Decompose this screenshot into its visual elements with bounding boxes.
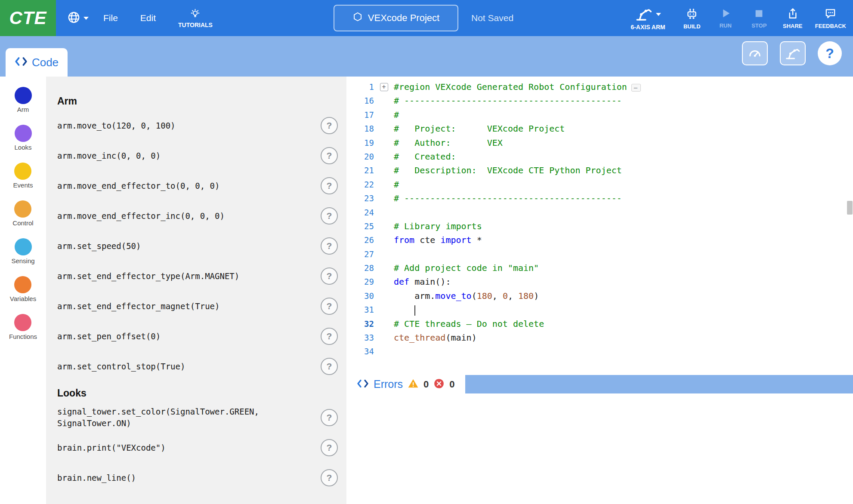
- line-number: 22: [346, 178, 374, 191]
- globe-icon: [67, 11, 80, 26]
- command-row[interactable]: arm.move_end_effector_to(0, 0, 0)?: [46, 171, 346, 201]
- command-row[interactable]: arm.move_to(120, 0, 100)?: [46, 111, 346, 141]
- stop-button[interactable]: STOP: [748, 8, 770, 29]
- fold-column: [374, 206, 394, 219]
- top-menu-bar: CTE File Edit TUTORIALS: [0, 0, 853, 36]
- command-row[interactable]: signal_tower.set_color(SignalTower.GREEN…: [46, 403, 346, 433]
- editor-line[interactable]: 28# Add project code in "main": [346, 261, 853, 275]
- project-name-box[interactable]: VEXcode Project: [334, 5, 458, 31]
- sidebar-item-looks[interactable]: Looks: [14, 125, 31, 163]
- file-menu[interactable]: File: [96, 13, 126, 23]
- command-row[interactable]: brain.print("VEXcode")?: [46, 433, 346, 463]
- errors-bar: Errors 0 0: [346, 375, 853, 393]
- command-row[interactable]: arm.set_end_effector_type(Arm.MAGNET)?: [46, 261, 346, 291]
- fold-column: [374, 122, 394, 135]
- warning-count: 0: [423, 379, 429, 390]
- command-help-button[interactable]: ?: [321, 207, 338, 224]
- command-row[interactable]: brain.new_line()?: [46, 463, 346, 493]
- command-help-button[interactable]: ?: [321, 267, 338, 285]
- edit-menu[interactable]: Edit: [133, 13, 164, 23]
- editor-line[interactable]: 26from cte import *: [346, 233, 853, 247]
- build-button[interactable]: BUILD: [681, 7, 703, 30]
- editor-line[interactable]: 18# Project: VEXcode Project: [346, 122, 853, 135]
- tab-errors[interactable]: Errors 0 0: [346, 375, 465, 393]
- share-button[interactable]: SHARE: [782, 7, 804, 29]
- sidebar-item-arm[interactable]: Arm: [15, 87, 32, 125]
- robot-build-icon: [685, 7, 698, 22]
- help-button[interactable]: ?: [818, 41, 842, 65]
- sidebar-item-functions[interactable]: Functions: [9, 314, 37, 352]
- command-help-button[interactable]: ?: [321, 298, 338, 315]
- looks-category-icon: [15, 125, 32, 142]
- category-label: Variables: [10, 295, 36, 302]
- line-content: #region VEXcode Generated Robot Configur…: [394, 80, 641, 94]
- arm-visualization-button[interactable]: [780, 41, 806, 65]
- language-menu[interactable]: [67, 11, 89, 26]
- editor-line[interactable]: 31: [346, 303, 853, 317]
- command-text: arm.move_end_effector_to(0, 0, 0): [57, 180, 220, 192]
- editor-line[interactable]: 22#: [346, 178, 853, 191]
- feedback-button[interactable]: FEEDBACK: [815, 7, 846, 29]
- command-row[interactable]: arm.set_speed(50)?: [46, 231, 346, 261]
- command-help-button[interactable]: ?: [321, 147, 338, 164]
- editor-line[interactable]: 34: [346, 344, 853, 358]
- editor-line[interactable]: 24: [346, 206, 853, 219]
- command-help-button[interactable]: ?: [321, 117, 338, 134]
- device-selector[interactable]: 6-AXIS ARM: [630, 6, 665, 31]
- editor-line[interactable]: 19# Author: VEX: [346, 136, 853, 150]
- line-number: 21: [346, 163, 374, 177]
- vexcode-app: CTE File Edit TUTORIALS: [0, 0, 853, 504]
- editor-line[interactable]: 30 arm.move_to(180, 0, 180): [346, 289, 853, 303]
- command-text: arm.set_end_effector_type(Arm.MAGNET): [57, 270, 239, 282]
- editor-line[interactable]: 21# Description: VEXcode CTE Python Proj…: [346, 163, 853, 177]
- command-help-button[interactable]: ?: [321, 469, 338, 486]
- command-help-button[interactable]: ?: [321, 328, 338, 345]
- fold-column: [374, 108, 394, 122]
- command-help-button[interactable]: ?: [321, 177, 338, 194]
- editor-line[interactable]: 32# CTE threads — Do not delete: [346, 317, 853, 331]
- chevron-down-icon: [83, 17, 89, 20]
- editor-scrollbar-thumb[interactable]: [847, 201, 853, 215]
- robot-arm-icon: [785, 46, 801, 61]
- command-help-button[interactable]: ?: [321, 439, 338, 456]
- sidebar-item-variables[interactable]: Variables: [10, 276, 36, 314]
- editor-line[interactable]: 17#: [346, 108, 853, 122]
- editor-line[interactable]: 1+#region VEXcode Generated Robot Config…: [346, 80, 853, 94]
- sidebar-item-control[interactable]: Control: [12, 200, 33, 238]
- editor-line[interactable]: 29def main():: [346, 275, 853, 289]
- tab-code[interactable]: Code: [6, 48, 68, 77]
- command-row[interactable]: arm.move_inc(0, 0, 0)?: [46, 141, 346, 171]
- line-number: 26: [346, 233, 374, 247]
- editor-line[interactable]: 23# ------------------------------------…: [346, 191, 853, 205]
- fold-expand-icon[interactable]: +: [380, 83, 388, 91]
- line-number: 16: [346, 94, 374, 108]
- sidebar-item-events[interactable]: Events: [13, 163, 33, 200]
- editor-line[interactable]: 16# ------------------------------------…: [346, 94, 853, 108]
- run-button[interactable]: RUN: [714, 7, 737, 29]
- command-help-button[interactable]: ?: [321, 237, 338, 255]
- editor-line[interactable]: 20# Created:: [346, 150, 853, 163]
- sidebar-item-sensing[interactable]: Sensing: [11, 238, 34, 276]
- category-sidebar: ArmLooksEventsControlSensingVariablesFun…: [0, 77, 46, 504]
- editor-line[interactable]: 25# Library imports: [346, 219, 853, 233]
- line-number: 27: [346, 247, 374, 261]
- line-number: 24: [346, 206, 374, 219]
- command-row[interactable]: arm.set_end_effector_magnet(True)?: [46, 291, 346, 321]
- code-editor[interactable]: 1+#region VEXcode Generated Robot Config…: [346, 77, 853, 375]
- cte-logo[interactable]: CTE: [0, 0, 56, 36]
- device-dashboard-button[interactable]: [742, 41, 768, 65]
- category-label: Events: [13, 181, 33, 189]
- palette-section-title: Looks: [57, 387, 346, 399]
- editor-line[interactable]: 33cte_thread(main): [346, 331, 853, 344]
- line-number: 32: [346, 317, 374, 331]
- robot-arm-icon: [635, 6, 653, 23]
- command-row[interactable]: arm.move_end_effector_inc(0, 0, 0)?: [46, 201, 346, 231]
- editor-line[interactable]: 27: [346, 247, 853, 261]
- command-row[interactable]: arm.set_pen_offset(0)?: [46, 321, 346, 351]
- collapsed-region-ellipsis[interactable]: ⋯: [631, 84, 641, 92]
- command-help-button[interactable]: ?: [321, 409, 338, 426]
- command-row[interactable]: arm.set_control_stop(True)?: [46, 351, 346, 381]
- tutorials-button[interactable]: TUTORIALS: [178, 8, 213, 28]
- command-help-button[interactable]: ?: [321, 358, 338, 375]
- fold-column: [374, 191, 394, 205]
